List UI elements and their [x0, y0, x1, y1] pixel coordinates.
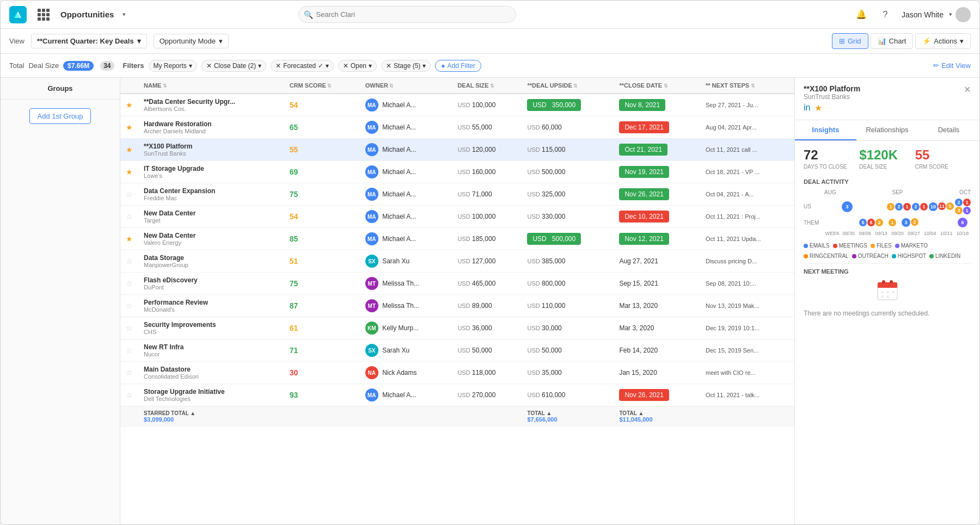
chart-button[interactable]: 📊 Chart	[871, 33, 914, 49]
name-cell[interactable]: **X100 Platform SunTrust Banks	[138, 139, 284, 161]
th-name[interactable]: NAME	[138, 78, 284, 94]
name-cell[interactable]: Flash eDiscovery DuPont	[138, 273, 284, 295]
chip-x-close-date[interactable]: ✕	[206, 62, 212, 70]
chip-x-stage[interactable]: ✕	[386, 62, 391, 70]
upside-cell: USD 110,000	[522, 295, 614, 317]
name-cell[interactable]: Security Improvements CHS	[138, 317, 284, 339]
name-cell[interactable]: Data Center Expansion Freddie Mac	[138, 183, 284, 206]
add-group-button[interactable]: Add 1st Group	[29, 108, 91, 124]
table-row[interactable]: ☆ Security Improvements CHS 61 KM Kelly …	[120, 317, 794, 339]
name-cell[interactable]: Performance Review McDonald's	[138, 295, 284, 317]
star-cell[interactable]: ☆	[120, 295, 138, 317]
chip-x-open[interactable]: ✕	[343, 62, 348, 70]
grid-button[interactable]: ⊞ Grid	[832, 33, 868, 49]
upside-cell: USD 35,000	[522, 362, 614, 384]
filter-chip-my-reports[interactable]: My Reports ▾	[149, 60, 197, 72]
search-input[interactable]	[298, 6, 516, 23]
crm-score-value: 55	[915, 147, 971, 163]
table-row[interactable]: ☆ Data Center Expansion Freddie Mac 75 M…	[120, 183, 794, 206]
star-cell[interactable]: ☆	[120, 362, 138, 384]
th-close-date[interactable]: **CLOSE DATE	[614, 78, 700, 94]
add-filter-button[interactable]: ● Add Filter	[435, 60, 481, 72]
filter-chip-stage[interactable]: ✕ Stage (5) ▾	[381, 60, 431, 72]
currency-label: USD	[457, 280, 470, 287]
th-owner[interactable]: OWNER	[360, 78, 452, 94]
star-cell[interactable]: ★	[120, 161, 138, 183]
th-crm-score[interactable]: CRM SCORE	[284, 78, 360, 94]
table-row[interactable]: ★ IT Storage Upgrade Lowe's 69 MA Michae…	[120, 161, 794, 183]
currency-label: USD	[457, 102, 470, 108]
name-cell[interactable]: Main Datastore Consolidated Edison	[138, 362, 284, 384]
table-body: ★ **Data Center Security Upgr... Alberts…	[120, 94, 794, 406]
deal-size-cell: USD 118,000	[452, 362, 522, 384]
table-row[interactable]: ☆ Storage Upgrade Initiative Dell Techno…	[120, 384, 794, 406]
tab-relationships[interactable]: Relationships	[856, 120, 918, 140]
table-row[interactable]: ★ **Data Center Security Upgr... Alberts…	[120, 94, 794, 116]
table-row[interactable]: ☆ Performance Review McDonald's 87 MT Me…	[120, 295, 794, 317]
name-cell[interactable]: New Data Center Target	[138, 206, 284, 228]
linkedin-icon[interactable]: in	[804, 103, 810, 113]
edit-view-button[interactable]: ✏ Edit View	[933, 61, 971, 70]
star-cell[interactable]: ☆	[120, 317, 138, 339]
th-deal-upside[interactable]: **DEAL UPSIDE	[522, 78, 614, 94]
name-cell[interactable]: New RT Infra Nucor	[138, 339, 284, 362]
star-icon-panel[interactable]: ★	[814, 103, 822, 113]
filter-chip-open[interactable]: ✕ Open ▾	[338, 60, 377, 72]
th-deal-size[interactable]: DEAL SIZE	[452, 78, 522, 94]
name-cell[interactable]: Hardware Restoration Archer Daniels Midl…	[138, 116, 284, 139]
week-label-6: 09/27	[905, 231, 922, 236]
panel-content: 72 DAYS TO CLOSE $120K DEAL SIZE 55 CRM …	[795, 141, 979, 524]
user-dropdown-arrow[interactable]: ▾	[949, 11, 952, 18]
star-cell[interactable]: ☆	[120, 273, 138, 295]
star-cell[interactable]: ☆	[120, 183, 138, 206]
name-cell[interactable]: **Data Center Security Upgr... Albertson…	[138, 94, 284, 116]
star-cell[interactable]: ☆	[120, 339, 138, 362]
notifications-button[interactable]: 🔔	[854, 7, 869, 22]
view-selector[interactable]: **Current Quarter: Key Deals ▾	[31, 34, 147, 48]
deal-size-cell: USD 100,000	[452, 94, 522, 116]
mode-selector[interactable]: Opportunity Mode ▾	[154, 34, 229, 48]
them-w5-b2: 2	[911, 218, 918, 226]
star-cell[interactable]: ★	[120, 94, 138, 116]
tab-insights[interactable]: Insights	[795, 120, 856, 140]
svg-rect-11	[886, 295, 889, 298]
star-cell[interactable]: ★	[120, 116, 138, 139]
name-cell[interactable]: Storage Upgrade Initiative Dell Technolo…	[138, 384, 284, 406]
name-cell[interactable]: New Data Center Valero Energy	[138, 228, 284, 250]
crm-score-value: 30	[290, 368, 298, 377]
table-row[interactable]: ☆ Data Storage ManpowerGroup 51 SX Sarah…	[120, 250, 794, 273]
star-cell[interactable]: ★	[120, 228, 138, 250]
legend-meetings: MEETINGS	[833, 243, 867, 249]
deal-size-cell: USD 270,000	[452, 384, 522, 406]
deal-size-amount: 185,000	[472, 235, 495, 243]
star-cell[interactable]: ★	[120, 139, 138, 161]
deal-company: SunTrust Banks	[144, 150, 279, 157]
days-to-close-metric: 72 DAYS TO CLOSE	[804, 147, 859, 170]
th-next-steps[interactable]: ** NEXT STEPS	[700, 78, 794, 94]
tab-details[interactable]: Details	[918, 120, 979, 140]
them-w3-b3: 2	[875, 219, 883, 226]
deal-size-cell: USD 36,000	[452, 317, 522, 339]
table-row[interactable]: ☆ Main Datastore Consolidated Edison 30 …	[120, 362, 794, 384]
filter-chip-forecasted[interactable]: ✕ Forecasted ✓ ▾	[271, 60, 333, 72]
table-row[interactable]: ★ New Data Center Valero Energy 85 MA Mi…	[120, 228, 794, 250]
star-cell[interactable]: ☆	[120, 250, 138, 273]
table-row[interactable]: ☆ New RT Infra Nucor 71 SX Sarah Xu USD …	[120, 339, 794, 362]
deal-company: Consolidated Edison	[144, 373, 279, 380]
deal-company: Lowe's	[144, 172, 279, 179]
name-cell[interactable]: IT Storage Upgrade Lowe's	[138, 161, 284, 183]
chip-x-forecasted[interactable]: ✕	[275, 62, 281, 70]
table-row[interactable]: ★ **X100 Platform SunTrust Banks 55 MA M…	[120, 139, 794, 161]
help-button[interactable]: ?	[878, 7, 893, 22]
table-row[interactable]: ☆ Flash eDiscovery DuPont 75 MT Melissa …	[120, 273, 794, 295]
app-dropdown-arrow[interactable]: ▾	[122, 11, 126, 18]
table-row[interactable]: ☆ New Data Center Target 54 MA Michael A…	[120, 206, 794, 228]
star-cell[interactable]: ☆	[120, 384, 138, 406]
panel-close-button[interactable]: ✕	[964, 84, 971, 95]
actions-button[interactable]: ⚡ Actions ▾	[915, 33, 971, 49]
name-cell[interactable]: Data Storage ManpowerGroup	[138, 250, 284, 273]
table-row[interactable]: ★ Hardware Restoration Archer Daniels Mi…	[120, 116, 794, 139]
filter-chip-close-date[interactable]: ✕ Close Date (2) ▾	[201, 60, 266, 72]
star-cell[interactable]: ☆	[120, 206, 138, 228]
close-date-text: Sep 15, 2021	[619, 280, 658, 287]
